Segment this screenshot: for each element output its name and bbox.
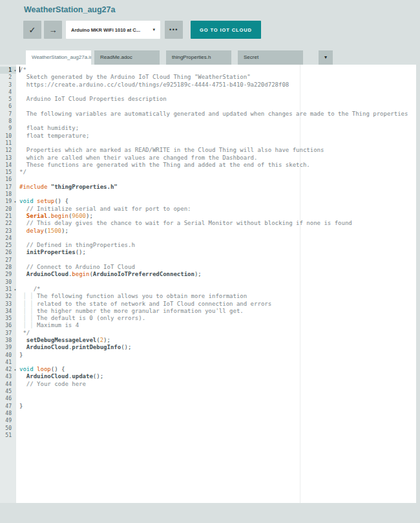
line-number: 31▾: [0, 286, 16, 293]
code-line: 17#include "thingProperties.h": [0, 184, 416, 191]
code-line: 44 // Your code here: [0, 381, 416, 388]
code-text: ArduinoCloud.printDebugInfo();: [16, 344, 131, 351]
code-line: 16: [0, 176, 416, 183]
line-number: 22: [0, 220, 16, 227]
code-text: #include "thingProperties.h": [16, 184, 118, 191]
code-text: ArduinoCloud.update();: [16, 373, 103, 380]
code-text: These functions are generated with the T…: [16, 162, 310, 169]
line-number: 21: [0, 213, 16, 220]
code-line: 1▾/*: [0, 67, 416, 74]
code-text: [16, 279, 19, 286]
line-number: 11: [0, 140, 16, 147]
upload-button[interactable]: →: [44, 21, 62, 39]
code-text: [16, 388, 19, 395]
line-number: 40: [0, 352, 16, 359]
code-text: */: [16, 330, 30, 337]
line-number: 19▾: [0, 198, 16, 205]
line-number: 5: [0, 96, 16, 103]
line-number: 48: [0, 410, 16, 417]
chevron-down-icon: ▾: [152, 27, 155, 32]
code-text: // Connect to Arduino IoT Cloud: [16, 264, 135, 271]
code-text: // Your code here: [16, 381, 86, 388]
code-line: 46: [0, 395, 416, 402]
checkmark-icon: ✓: [29, 26, 36, 34]
code-text: [16, 432, 19, 439]
board-selector-label: Arduino MKR WiFi 1010 at C...: [71, 27, 152, 33]
tab-readme-adoc[interactable]: ReadMe.adoc: [94, 50, 160, 65]
code-text: void loop() {: [16, 366, 65, 373]
code-line: 26 initProperties();: [0, 249, 416, 256]
code-line: 3 https://create.arduino.cc/cloud/things…: [0, 81, 416, 89]
code-line: 13 which are called when their values ar…: [0, 155, 416, 162]
line-number: 37: [0, 330, 16, 337]
code-line: 42▾void loop() {: [0, 366, 416, 373]
code-text: which are called when their values are c…: [16, 155, 257, 162]
tab-thingproperties-h[interactable]: thingProperties.h: [166, 50, 231, 65]
code-text: [16, 359, 19, 366]
code-line: 33 │ │ related to the state of network a…: [0, 301, 416, 308]
code-line: 31▾ /*: [0, 286, 416, 293]
code-line: 5 Arduino IoT Cloud Properties descripti…: [0, 96, 416, 103]
line-number: 8: [0, 118, 16, 125]
code-line: 7 The following variables are automatica…: [0, 111, 416, 118]
code-text: ArduinoCloud.begin(ArduinoIoTPreferredCo…: [16, 271, 202, 278]
tabs-dropdown-button[interactable]: ▾: [319, 50, 333, 65]
line-number: 46: [0, 395, 16, 402]
code-line: 49: [0, 417, 416, 424]
code-line: 51: [0, 432, 416, 439]
line-number: 27: [0, 257, 16, 264]
code-line: 27: [0, 257, 416, 264]
line-number: 1▾: [0, 67, 16, 74]
code-text: [16, 425, 19, 432]
verify-button[interactable]: ✓: [23, 21, 41, 39]
line-number: 34: [0, 308, 16, 315]
line-number: 50: [0, 425, 16, 432]
more-options-button[interactable]: •••: [165, 21, 183, 39]
tab-secret[interactable]: Secret: [238, 50, 303, 65]
line-number: 16: [0, 176, 16, 183]
code-text: // Defined in thingProperties.h: [16, 242, 135, 249]
code-line: 25 // Defined in thingProperties.h: [0, 242, 416, 249]
board-selector[interactable]: Arduino MKR WiFi 1010 at C... ▾: [66, 21, 160, 39]
code-line: 24: [0, 235, 416, 242]
line-number: 32: [0, 293, 16, 300]
line-number: 18: [0, 191, 16, 198]
line-number: 10: [0, 133, 16, 140]
code-line: 50: [0, 425, 416, 432]
code-line: 40}: [0, 352, 416, 359]
code-line: 11: [0, 140, 416, 147]
code-text: │ │ related to the state of network and …: [16, 301, 271, 308]
line-number: 29: [0, 271, 16, 278]
code-line: 22 // This delay gives the chance to wai…: [0, 220, 416, 227]
code-line: 47}: [0, 403, 416, 410]
code-text: /*: [16, 67, 26, 74]
line-number: 28: [0, 264, 16, 271]
code-text: │ │ The default is 0 (only errors).: [16, 315, 145, 322]
line-number: 49: [0, 417, 16, 424]
toolbar: ✓ → Arduino MKR WiFi 1010 at C... ▾ ••• …: [23, 21, 261, 39]
code-text: initProperties();: [16, 249, 86, 256]
line-number: 24: [0, 235, 16, 242]
code-text: [16, 417, 19, 424]
code-text: // This delay gives the chance to wait f…: [16, 220, 352, 227]
line-number: 6: [0, 103, 16, 110]
code-line: 29 ArduinoCloud.begin(ArduinoIoTPreferre…: [0, 271, 416, 278]
code-line: 38 setDebugMessageLevel(2);: [0, 337, 416, 344]
line-number: 41: [0, 359, 16, 366]
go-to-iot-cloud-button[interactable]: GO TO IOT CLOUD: [191, 21, 261, 39]
line-number: 35: [0, 315, 16, 322]
code-text: delay(1500);: [16, 228, 68, 235]
code-line: 6: [0, 103, 416, 110]
line-number: 14: [0, 162, 16, 169]
code-line: 19▾void setup() {: [0, 198, 416, 205]
code-editor[interactable]: 1▾/*2 Sketch generated by the Arduino Io…: [0, 65, 416, 503]
ellipsis-icon: •••: [169, 27, 178, 33]
line-number: 3: [0, 81, 16, 89]
line-number: 15: [0, 169, 16, 176]
tab-weatherstation-aug27a-ino[interactable]: WeatherStation_aug27a.ino: [26, 50, 91, 65]
line-number: 20: [0, 206, 16, 213]
code-line: 14 These functions are generated with th…: [0, 162, 416, 169]
line-number: 30: [0, 279, 16, 286]
code-text: float humidity;: [16, 125, 79, 132]
code-line: 45: [0, 388, 416, 395]
